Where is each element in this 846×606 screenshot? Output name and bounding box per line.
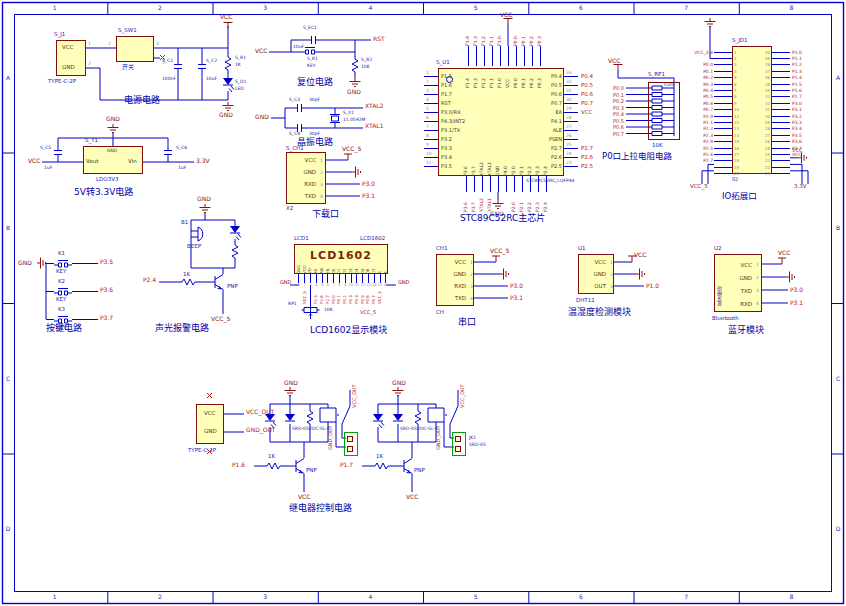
pin-number: 2 bbox=[732, 56, 744, 61]
pin-name: VCC bbox=[576, 259, 610, 265]
pin-wire bbox=[772, 71, 790, 72]
pin-wire bbox=[316, 274, 317, 283]
net-label: P0.7 bbox=[581, 100, 593, 106]
connector-pin-row: TXD 3 bbox=[716, 284, 759, 297]
pin-number: 4 bbox=[470, 296, 473, 301]
pin-name: P0.4 bbox=[524, 73, 562, 79]
pin-name: EA bbox=[524, 109, 562, 115]
pin-number: 26 bbox=[760, 139, 772, 144]
pin-number: 39 bbox=[760, 56, 772, 61]
key-rows: K1 KEY P3.5 K2 KEY P3.6 K3 KEY P3.7 bbox=[18, 250, 130, 334]
net-label: P0.4 bbox=[355, 288, 359, 304]
pin-wire bbox=[351, 274, 352, 283]
pin-wire bbox=[714, 96, 732, 97]
power-label: GND bbox=[280, 280, 291, 285]
net-label: P0.3 bbox=[538, 26, 543, 46]
net-label: P0.0 bbox=[686, 62, 714, 67]
pin-name: P3.3 bbox=[441, 145, 452, 151]
power-label: GND bbox=[347, 89, 361, 95]
connector-pin-row: RXD 4 bbox=[716, 297, 759, 310]
power-label: VCC bbox=[608, 58, 620, 64]
pin-wire bbox=[345, 274, 346, 283]
pin-number: 30 bbox=[760, 114, 772, 119]
net-label: P1.0 bbox=[498, 26, 503, 46]
net-label: P2.7 bbox=[686, 158, 714, 163]
switch-label: 开关 bbox=[122, 64, 134, 70]
pin-number: 1 bbox=[732, 50, 744, 55]
pin-name: VCC bbox=[286, 157, 320, 163]
pin-number: 11 bbox=[426, 160, 432, 165]
pin-name: A bbox=[378, 261, 382, 274]
pin-wire bbox=[310, 274, 311, 283]
column-label: 3 bbox=[213, 593, 318, 603]
terminal-pin bbox=[455, 436, 461, 442]
designator: S_C2 bbox=[206, 59, 217, 64]
pin-number: 36 bbox=[760, 75, 772, 80]
mcu-pin: P4.0 bbox=[502, 156, 510, 212]
mcu-pin-row: 7 P3.1/TX bbox=[438, 126, 498, 135]
pin-wire bbox=[424, 139, 438, 140]
caption-download: 下载口 bbox=[312, 210, 339, 219]
gnd-icon bbox=[636, 269, 645, 280]
pin-number: 25 bbox=[566, 142, 572, 147]
part-label: TYPE-C-2P bbox=[188, 448, 216, 454]
download-port-block: VCC 1 GND 2 RXD 3 TXD 4 VCC_5 P3.0 P3.1 … bbox=[278, 146, 398, 222]
part-label: CH bbox=[436, 310, 444, 316]
pin-number: 3 bbox=[320, 182, 323, 187]
net-label: P3.0 bbox=[362, 181, 375, 187]
net-label: P3.2 bbox=[790, 114, 802, 119]
pin-wire bbox=[424, 76, 438, 77]
pin-wire bbox=[772, 160, 790, 161]
pin-wire bbox=[498, 176, 499, 192]
pin-wire bbox=[424, 121, 438, 122]
connector-pin-row: GND 2 bbox=[576, 268, 613, 280]
value-label: 100nF bbox=[162, 77, 176, 82]
pin-number: 6 bbox=[426, 115, 429, 120]
row-label: C bbox=[833, 303, 843, 454]
pin-name: VO bbox=[308, 261, 312, 274]
mcu-pin-row: 2 P1.6 bbox=[438, 81, 498, 90]
power-label: VCC bbox=[220, 14, 232, 20]
net-label: P0.1 bbox=[686, 69, 714, 74]
part-label: LDO3V3 bbox=[96, 177, 118, 183]
pin-name: P4.0 bbox=[504, 156, 509, 176]
value-label: 10K bbox=[652, 143, 663, 149]
connector-pin-row: GND 2 bbox=[716, 271, 759, 284]
net-label: P2.4 bbox=[143, 277, 156, 283]
pin-name: P0.7 bbox=[524, 100, 562, 106]
power-circuit-block: S_J1 VCC GND 1 2 TYPE-C-2P S_SW1 开关 2 3 … bbox=[38, 14, 253, 120]
gnd-icon bbox=[108, 124, 119, 133]
pin-wire bbox=[506, 176, 507, 192]
pin-number: 21 bbox=[760, 171, 772, 176]
alarm-wires bbox=[143, 196, 273, 341]
net-label: P2.4 bbox=[686, 139, 714, 144]
designator: LCD1 bbox=[294, 236, 309, 242]
pin-name: Vout bbox=[86, 159, 98, 165]
pin-wire bbox=[522, 176, 523, 192]
net-label: VCC bbox=[581, 109, 592, 115]
pin-name: D7 bbox=[372, 261, 376, 274]
value-label: LED bbox=[235, 87, 244, 92]
led-icon bbox=[373, 414, 384, 428]
net-label: P3.0 bbox=[510, 283, 523, 289]
net-label: P3.7 bbox=[472, 192, 477, 212]
pin-number: 1 bbox=[298, 283, 300, 288]
pin-wire bbox=[564, 76, 578, 77]
row-label: A bbox=[3, 2, 13, 153]
part-label: TYPE-C-2P bbox=[48, 79, 76, 85]
pin-number: 33 bbox=[566, 70, 572, 75]
resistor-pack-body bbox=[648, 82, 680, 140]
pin-wire bbox=[322, 274, 323, 283]
connector-pin-row: VCC 1 bbox=[576, 256, 613, 268]
pin-name: EN bbox=[326, 261, 330, 274]
pin-wire bbox=[564, 103, 578, 104]
pin-name: GND bbox=[107, 149, 117, 154]
pin-wire bbox=[380, 274, 381, 283]
pin-number: 9 bbox=[732, 101, 744, 106]
pin-number: 4 bbox=[732, 69, 744, 74]
pin-number: 2 bbox=[320, 170, 323, 175]
mcu-pin-row: 4 RST bbox=[438, 99, 498, 108]
row-label: B bbox=[833, 153, 843, 304]
net-label: P1.1 bbox=[490, 26, 495, 46]
designator: CH1 bbox=[436, 246, 447, 252]
